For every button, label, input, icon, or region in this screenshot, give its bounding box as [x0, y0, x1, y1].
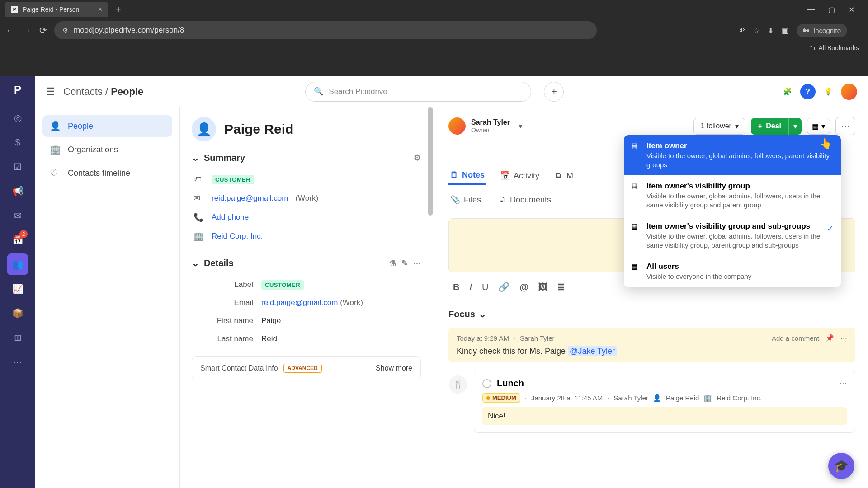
- rail-marketplace-icon[interactable]: ⊞: [7, 327, 28, 348]
- details-header[interactable]: ⌄ Details ⚗ ✎ ⋯: [192, 258, 421, 268]
- more-button[interactable]: ⋯: [835, 117, 855, 135]
- nav-item-timeline[interactable]: ♡ Contacts timeline: [42, 162, 172, 184]
- bold-button[interactable]: B: [453, 282, 459, 292]
- forward-icon[interactable]: →: [22, 25, 32, 36]
- back-icon[interactable]: ←: [5, 25, 15, 36]
- edit-icon[interactable]: ✎: [401, 258, 408, 268]
- activity-contact[interactable]: Paige Reid: [666, 394, 699, 402]
- hamburger-icon[interactable]: ☰: [46, 86, 55, 98]
- tab-files[interactable]: 📎 Files: [448, 191, 483, 208]
- mention[interactable]: @Jake Tyler: [568, 346, 617, 356]
- clip-icon: 📎: [450, 195, 460, 205]
- tab-documents[interactable]: 🗎 Documents: [496, 191, 553, 208]
- visibility-button[interactable]: ▦ ▾: [807, 118, 830, 135]
- customer-badge: CUSTOMER: [261, 280, 304, 290]
- image-button[interactable]: 🖼: [538, 282, 547, 292]
- star-icon[interactable]: ☆: [753, 26, 760, 35]
- phone-row[interactable]: 📞 Add phone: [192, 208, 421, 227]
- panel-icon[interactable]: ▣: [782, 26, 788, 35]
- tab-notes[interactable]: 🗒 Notes: [448, 167, 486, 185]
- browser-menu-icon[interactable]: ⋮: [855, 26, 863, 35]
- extensions-icon[interactable]: 🧩: [783, 87, 792, 96]
- rail-mail-icon[interactable]: ✉: [7, 205, 28, 226]
- window-controls: — ▢ ✕: [807, 5, 863, 14]
- list-button[interactable]: ≣: [557, 282, 565, 292]
- visibility-option-group[interactable]: ▦ Item owner's visibility group Visible …: [624, 175, 841, 216]
- deal-button[interactable]: + Deal: [751, 118, 788, 135]
- building-icon: 🏢: [703, 394, 712, 402]
- note-icon: 🗒: [450, 170, 458, 180]
- add-comment-button[interactable]: Add a comment: [772, 334, 819, 342]
- help-icon[interactable]: ?: [800, 84, 816, 99]
- rail-campaigns-icon[interactable]: 📢: [7, 180, 28, 202]
- nav-label: Contacts timeline: [68, 169, 130, 178]
- rail-more-icon[interactable]: ⋯: [7, 351, 28, 373]
- mention-button[interactable]: @: [519, 282, 528, 292]
- rail-tasks-icon[interactable]: ☑: [7, 156, 28, 178]
- filter-icon[interactable]: ⚗: [389, 258, 396, 268]
- summary-header[interactable]: ⌄ Summary ⚙: [192, 152, 421, 163]
- activity-done-checkbox[interactable]: [482, 379, 491, 388]
- scrollbar[interactable]: [428, 107, 433, 216]
- note-meta: Today at 9:29 AM · Sarah Tyler Add a com…: [457, 334, 847, 342]
- italic-button[interactable]: I: [469, 282, 472, 292]
- rail-insights-icon[interactable]: 📈: [7, 278, 28, 300]
- more-icon[interactable]: ⋯: [840, 334, 847, 342]
- search-input[interactable]: 🔍 Search Pipedrive: [305, 82, 531, 102]
- more-icon[interactable]: ⋯: [413, 258, 421, 268]
- rail-contacts-icon[interactable]: 👥: [7, 253, 28, 275]
- rail-products-icon[interactable]: 📦: [7, 302, 28, 324]
- url-input[interactable]: ⚙ moodjoy.pipedrive.com/person/8: [54, 21, 597, 39]
- org-link[interactable]: Reid Corp. Inc.: [212, 232, 263, 241]
- maximize-icon[interactable]: ▢: [828, 5, 835, 14]
- link-button[interactable]: 🔗: [498, 282, 509, 292]
- lightbulb-icon[interactable]: 💡: [824, 87, 833, 96]
- browser-tab[interactable]: P Paige Reid - Person ×: [5, 2, 108, 17]
- nav-label: People: [68, 122, 93, 131]
- nav-item-people[interactable]: 👤 People: [42, 115, 172, 137]
- owner-role: Owner: [471, 127, 510, 134]
- help-fab[interactable]: 🎓: [828, 453, 854, 479]
- close-window-icon[interactable]: ✕: [849, 5, 854, 14]
- vis-desc: Visible to the owner, global admins, fol…: [646, 151, 833, 169]
- nav-item-organizations[interactable]: 🏢 Organizations: [42, 139, 172, 160]
- main-wrap: ☰ Contacts / People 🔍 Search Pipedrive +…: [35, 76, 868, 488]
- owner-chip[interactable]: Sarah Tyler Owner: [448, 117, 510, 135]
- visibility-option-all-users[interactable]: ▦ All users Visible to everyone in the c…: [624, 256, 841, 287]
- email-link[interactable]: reid.paige@gmail.com: [261, 298, 338, 307]
- rail-target-icon[interactable]: ◎: [7, 107, 28, 129]
- show-more-button[interactable]: Show more: [376, 364, 412, 372]
- all-bookmarks-label[interactable]: All Bookmarks: [819, 44, 859, 52]
- plus-icon: +: [758, 122, 762, 130]
- activity-org[interactable]: Reid Corp. Inc.: [717, 394, 762, 402]
- underline-button[interactable]: U: [482, 282, 488, 292]
- tab-m[interactable]: 🗎 M: [553, 168, 575, 184]
- site-settings-icon[interactable]: ⚙: [62, 27, 68, 34]
- reload-icon[interactable]: ⟳: [38, 25, 48, 36]
- more-icon[interactable]: ⋯: [840, 379, 847, 388]
- email-link[interactable]: reid.paige@gmail.com: [212, 194, 288, 203]
- field-label: Email: [193, 298, 261, 307]
- visibility-option-item-owner[interactable]: ▦ Item owner Visible to the owner, globa…: [624, 135, 841, 175]
- deal-dropdown-button[interactable]: ▾: [788, 118, 802, 135]
- add-button[interactable]: +: [544, 82, 564, 102]
- eye-off-icon[interactable]: 👁: [738, 26, 745, 34]
- tab-activity[interactable]: 📅 Activity: [498, 167, 541, 184]
- focus-header[interactable]: Focus ⌄: [448, 309, 855, 319]
- close-icon[interactable]: ×: [98, 5, 102, 14]
- breadcrumb-root[interactable]: Contacts: [63, 86, 103, 97]
- gear-icon[interactable]: ⚙: [414, 153, 421, 163]
- rail-deals-icon[interactable]: $: [7, 131, 28, 153]
- user-avatar[interactable]: [841, 84, 857, 100]
- pipedrive-logo[interactable]: P: [8, 80, 28, 100]
- minimize-icon[interactable]: —: [807, 5, 815, 14]
- focus-label: Focus: [448, 309, 475, 319]
- add-phone-link[interactable]: Add phone: [212, 213, 249, 222]
- visibility-option-subgroups[interactable]: ▦ Item owner's visibility group and sub-…: [624, 216, 841, 256]
- pin-off-icon[interactable]: 📌: [826, 334, 834, 342]
- new-tab-button[interactable]: +: [112, 5, 125, 15]
- followers-button[interactable]: 1 follower ▾: [693, 118, 745, 135]
- rail-calendar-icon[interactable]: 📅2: [7, 229, 28, 251]
- chevron-down-icon[interactable]: ▾: [515, 122, 526, 130]
- download-icon[interactable]: ⬇: [768, 26, 774, 35]
